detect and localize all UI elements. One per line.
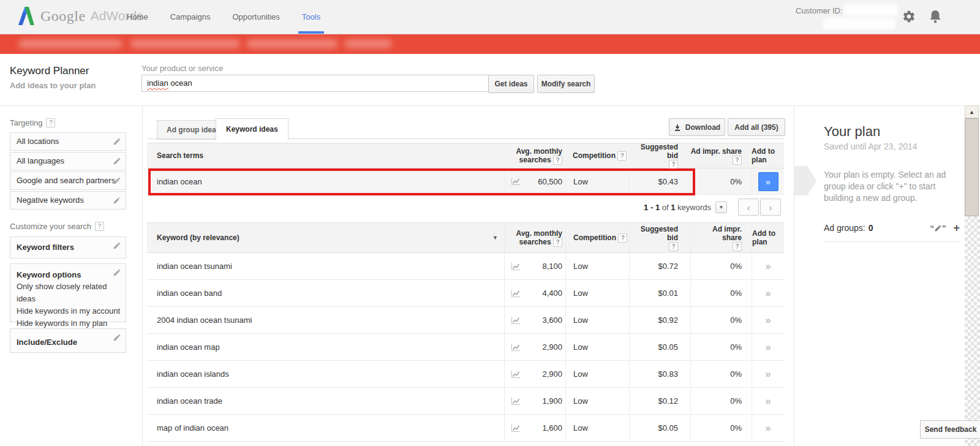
trend-chart-icon[interactable] (511, 424, 521, 433)
ad-impr-share-cell: 0% (690, 307, 752, 333)
keyword-options-box[interactable]: Keyword options Only show closely relate… (10, 263, 126, 322)
table-row: map of indian ocean1,600Low$0.050%» (147, 415, 784, 442)
trend-chart-icon[interactable] (511, 177, 521, 186)
column-suggested-bid[interactable]: Suggested bid (629, 143, 690, 168)
help-icon[interactable] (733, 156, 742, 165)
add-to-plan-button[interactable]: » (766, 396, 771, 407)
trend-chart-icon[interactable] (511, 289, 521, 298)
column-competition[interactable]: Competition (565, 143, 629, 168)
help-icon[interactable] (618, 233, 627, 243)
avg-monthly-searches-value: 2,900 (542, 369, 562, 379)
help-icon[interactable] (669, 160, 678, 169)
add-to-plan-cell: » (752, 253, 784, 279)
add-to-plan-button[interactable]: » (766, 342, 771, 353)
add-to-plan-button[interactable]: » (766, 369, 771, 380)
trend-chart-icon[interactable] (511, 397, 521, 406)
edit-pencil-icon[interactable] (113, 333, 121, 342)
trend-chart-icon[interactable] (511, 316, 521, 325)
targeting-locations-box[interactable]: All locations (10, 132, 126, 151)
trend-chart-icon[interactable] (511, 343, 521, 352)
help-icon[interactable] (617, 151, 627, 161)
help-icon[interactable] (95, 222, 104, 231)
tab-keyword-ideas[interactable]: Keyword ideas (216, 118, 288, 140)
nav-item-home[interactable]: Home (127, 0, 148, 34)
scrollbar-track[interactable] (965, 216, 980, 446)
help-icon[interactable] (733, 242, 742, 251)
scrollbar-up-arrow[interactable]: ▲ (965, 105, 979, 118)
help-icon[interactable] (553, 156, 562, 165)
column-avg-monthly-searches[interactable]: Avg. monthly searches (504, 223, 565, 252)
download-icon (674, 124, 681, 131)
add-ad-group-plus-icon[interactable]: + (953, 224, 960, 232)
settings-gear-icon[interactable] (902, 10, 916, 23)
keyword-filters-box[interactable]: Keyword filters (10, 236, 126, 259)
add-to-plan-button[interactable]: » (766, 288, 771, 299)
edit-pencil-icon[interactable] (113, 137, 121, 146)
ad-impr-share-cell: 0% (690, 334, 752, 360)
targeting-locations-label: All locations (10, 137, 59, 146)
google-adwords-logo[interactable]: Google AdWords (18, 7, 143, 25)
ad-impr-share-cell: 0% (690, 415, 752, 441)
page-size-dropdown[interactable]: ▼ (715, 202, 727, 213)
keywords-pagination: 1 - 1 of 1 keywords ▼ ‹ › (147, 198, 781, 216)
table-row: indian ocean islands2,900Low$0.830%» (147, 361, 784, 388)
targeting-languages-box[interactable]: All languages (10, 152, 126, 170)
table-row: 2004 indian ocean tsunami3,600Low$0.920%… (147, 307, 784, 334)
next-page-button[interactable]: › (760, 198, 781, 216)
column-suggested-bid[interactable]: Suggested bid (629, 223, 690, 252)
download-button[interactable]: Download (669, 118, 725, 136)
add-to-plan-cell: » (752, 307, 784, 333)
add-all-button[interactable]: Add all (395) (728, 118, 785, 136)
add-to-plan-button[interactable]: » (766, 261, 771, 272)
edit-pencil-icon[interactable] (113, 268, 121, 277)
targeting-negative-keywords-box[interactable]: Negative keywords (10, 191, 126, 210)
keyword-cell: indian ocean islands (147, 361, 504, 387)
add-to-plan-button[interactable]: » (766, 315, 771, 326)
product-or-service-input[interactable]: indian ocean (141, 75, 489, 92)
nav-item-tools[interactable]: Tools (302, 0, 320, 34)
plan-panel-divider (794, 105, 794, 446)
notifications-bell-icon[interactable] (929, 9, 942, 24)
pagination-total: 1 (671, 203, 675, 212)
get-ideas-button[interactable]: Get ideas (488, 75, 534, 93)
ad-groups-label: Ad groups: (824, 223, 865, 233)
keyword-cell: indian ocean (147, 168, 504, 194)
targeting-networks-box[interactable]: Google and search partners (10, 172, 126, 190)
add-to-plan-button[interactable]: » (766, 423, 771, 434)
help-icon[interactable] (669, 242, 678, 251)
competition-cell: Low (565, 253, 629, 279)
help-icon[interactable] (46, 118, 55, 127)
add-to-plan-button[interactable]: » (758, 172, 778, 191)
edit-pencil-icon[interactable] (113, 196, 121, 205)
scrollbar-thumb[interactable] (965, 118, 979, 216)
trend-chart-icon[interactable] (511, 370, 521, 379)
column-avg-monthly-searches[interactable]: Avg. monthly searches (504, 143, 565, 168)
column-search-terms[interactable]: Search terms (147, 143, 504, 168)
send-feedback-button[interactable]: Send feedback (920, 420, 980, 439)
previous-page-button[interactable]: ‹ (738, 198, 759, 216)
avg-monthly-searches-cell: 1,900 (504, 388, 565, 414)
sort-descending-icon[interactable]: ▼ (492, 235, 498, 241)
column-competition[interactable]: Competition (565, 223, 629, 252)
keyword-cell: indian ocean map (147, 334, 504, 360)
column-keyword-by-relevance[interactable]: Keyword (by relevance) ▼ (147, 223, 504, 252)
edit-pencil-icon[interactable] (113, 157, 121, 165)
modify-search-button[interactable]: Modify search (537, 75, 595, 93)
help-icon[interactable] (553, 238, 562, 247)
pagination-range: 1 - 1 (644, 203, 660, 212)
top-header-bar: Google AdWords Home Campaigns Opportunit… (0, 0, 980, 34)
avg-monthly-searches-cell: 8,100 (504, 253, 565, 279)
plan-ad-groups-row: Ad groups: 0 “” + (824, 223, 960, 233)
trend-chart-icon[interactable] (511, 262, 521, 271)
column-ad-impr-share[interactable]: Ad impr. share (690, 143, 752, 168)
nav-item-opportunities[interactable]: Opportunities (232, 0, 279, 34)
include-exclude-box[interactable]: Include/Exclude (10, 328, 126, 353)
column-ad-impr-share[interactable]: Ad impr. share (690, 223, 752, 252)
edit-pencil-icon[interactable] (113, 241, 121, 250)
edit-names-pencil-icon[interactable]: “” (930, 224, 946, 233)
avg-monthly-searches-value: 60,500 (538, 177, 562, 186)
plan-divider (824, 241, 960, 242)
edit-pencil-icon[interactable] (113, 176, 121, 185)
nav-item-campaigns[interactable]: Campaigns (170, 0, 211, 34)
search-value-word: indian (147, 78, 168, 88)
